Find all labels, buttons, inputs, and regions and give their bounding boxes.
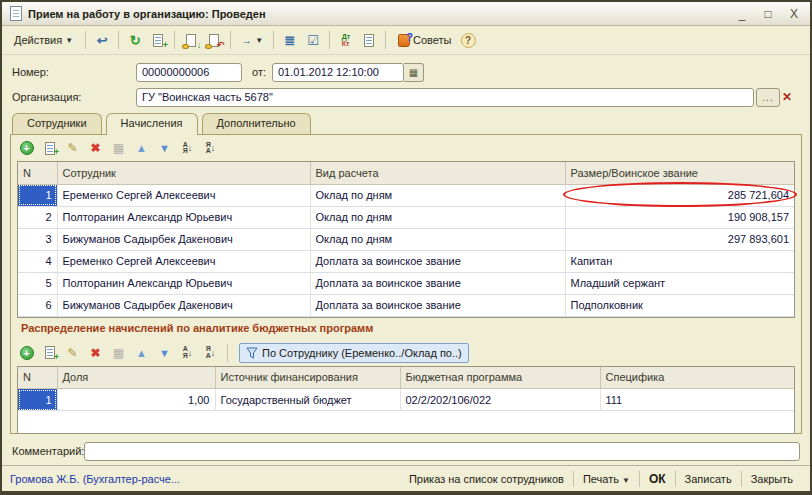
column-header[interactable]: Источник финансирования	[215, 367, 400, 389]
table-cell[interactable]: Капитан	[565, 250, 794, 272]
unpost-document-icon[interactable]: ↶	[204, 31, 224, 50]
table-cell[interactable]: 5	[18, 272, 57, 294]
table-cell[interactable]: 3	[18, 228, 57, 250]
table-row[interactable]: 1Еременко Сергей АлексеевичОклад по дням…	[18, 184, 794, 206]
tab-employees[interactable]: Сотрудники	[12, 113, 102, 134]
column-header[interactable]: Доля	[57, 367, 215, 389]
print-button[interactable]: Печать ▼	[574, 470, 639, 488]
table-row[interactable]: 11,00Государственный бюджет02/2/202/106/…	[18, 389, 794, 411]
tab-accruals[interactable]: Начисления	[106, 113, 198, 134]
ok-button[interactable]: ОК	[640, 469, 675, 489]
refresh-icon[interactable]: ↻	[125, 31, 145, 50]
responsible-user-link[interactable]: Громова Ж.Б. (Бухгалтер-расче...	[10, 473, 400, 485]
sort-descending-icon[interactable]: ЯА ↓	[201, 344, 220, 362]
table-cell[interactable]: 111	[600, 389, 794, 411]
order-list-button[interactable]: Приказ на список сотрудников	[400, 470, 573, 488]
coin-glyph	[205, 44, 212, 49]
table-cell[interactable]: Оклад по дням	[310, 184, 565, 206]
number-label: Номер:	[12, 66, 136, 78]
table-cell[interactable]: Бижуманов Садырбек Дакенович	[57, 228, 310, 250]
close-form-button[interactable]: Закрыть	[742, 470, 802, 488]
move-down-icon[interactable]: ▼	[155, 344, 174, 362]
table-cell[interactable]: Подполковник	[565, 294, 794, 316]
table-cell[interactable]: 2	[18, 206, 57, 228]
sort-descending-icon[interactable]: ЯА ↓	[201, 139, 220, 157]
table-cell[interactable]: Доплата за воинское звание	[310, 250, 565, 272]
organization-input[interactable]	[136, 88, 754, 107]
table-cell[interactable]: Еременко Сергей Алексеевич	[57, 184, 310, 206]
minimize-button[interactable]: _	[734, 7, 750, 21]
table-cell[interactable]: 190 908,157	[565, 206, 794, 228]
filter-by-employee-button[interactable]: По Сотруднику (Еременко../Оклад по..)	[239, 343, 469, 363]
column-header[interactable]: N	[18, 162, 57, 184]
table-cell[interactable]: Оклад по дням	[310, 228, 565, 250]
organization-lookup-button[interactable]: ...	[756, 88, 780, 107]
table-row[interactable]: 5Полторанин Александр ЮрьевичДоплата за …	[18, 272, 794, 294]
number-input[interactable]	[136, 63, 242, 82]
table-cell[interactable]: 02/2/202/106/022	[400, 389, 600, 411]
comment-input[interactable]	[84, 442, 800, 461]
coin-glyph	[182, 44, 189, 49]
table-row[interactable]: 6Бижуманов Садырбек ДакеновичДоплата за …	[18, 294, 794, 316]
add-row-icon[interactable]: +	[17, 139, 36, 157]
edit-row-icon[interactable]: ✎	[63, 344, 82, 362]
column-header[interactable]: Размер/Воинское звание	[565, 162, 794, 184]
reread-icon[interactable]: ↩	[92, 31, 112, 50]
organization-clear-button[interactable]: ✕	[782, 90, 800, 104]
table-cell[interactable]: 285 721,604	[565, 184, 794, 206]
table-cell[interactable]: Младший сержант	[565, 272, 794, 294]
dt-kt-postings-icon[interactable]: ДтКт	[336, 31, 356, 50]
column-header[interactable]: Вид расчета	[310, 162, 565, 184]
table-cell[interactable]: 4	[18, 250, 57, 272]
table-cell[interactable]: Государственный бюджет	[215, 389, 400, 411]
go-to-button[interactable]: → ▼	[237, 31, 267, 49]
table-cell[interactable]: 1	[18, 184, 57, 206]
move-down-icon[interactable]: ▼	[155, 139, 174, 157]
table-cell[interactable]: Бижуманов Садырбек Дакенович	[57, 294, 310, 316]
column-header[interactable]: Сотрудник	[57, 162, 310, 184]
move-up-icon[interactable]: ▲	[132, 344, 151, 362]
close-button[interactable]: X	[786, 7, 802, 21]
movements-list-icon[interactable]: ≣	[280, 31, 300, 50]
delete-row-icon[interactable]: ✖	[86, 344, 105, 362]
help-icon[interactable]: ?	[461, 33, 476, 48]
calendar-button[interactable]: ▦	[404, 63, 424, 82]
settings-check-icon[interactable]: ☑	[303, 31, 323, 50]
post-document-icon[interactable]: ↓	[181, 31, 201, 50]
actions-button[interactable]: Действия ▼	[8, 31, 79, 49]
table-cell[interactable]: Доплата за воинское звание	[310, 294, 565, 316]
table-row[interactable]: 2Полторанин Александр ЮрьевичОклад по дн…	[18, 206, 794, 228]
report-icon[interactable]	[359, 31, 379, 50]
column-header[interactable]: Специфика	[600, 367, 794, 389]
table-cell[interactable]: Полторанин Александр Юрьевич	[57, 272, 310, 294]
column-header[interactable]: N	[18, 367, 57, 389]
save-button[interactable]: Записать	[676, 470, 741, 488]
add-copy-icon[interactable]: +	[148, 31, 168, 50]
date-input[interactable]	[272, 63, 404, 82]
add-copy-row-icon[interactable]: +	[40, 344, 59, 362]
column-header[interactable]: Бюджетная программа	[400, 367, 600, 389]
table-cell[interactable]: Еременко Сергей Алексеевич	[57, 250, 310, 272]
add-copy-row-icon[interactable]: +	[40, 139, 59, 157]
edit-row-icon[interactable]: ✎	[63, 139, 82, 157]
tips-button[interactable]: ? Советы	[392, 31, 457, 50]
end-edit-icon[interactable]: ▦	[109, 139, 128, 157]
delete-row-icon[interactable]: ✖	[86, 139, 105, 157]
table-row[interactable]: 4Еременко Сергей АлексеевичДоплата за во…	[18, 250, 794, 272]
table-cell[interactable]: 297 893,601	[565, 228, 794, 250]
table-cell[interactable]: 1,00	[57, 389, 215, 411]
move-up-icon[interactable]: ▲	[132, 139, 151, 157]
table-cell[interactable]: Полторанин Александр Юрьевич	[57, 206, 310, 228]
table-row[interactable]: 3Бижуманов Садырбек ДакеновичОклад по дн…	[18, 228, 794, 250]
maximize-button[interactable]: □	[760, 7, 776, 21]
end-edit-icon[interactable]: ▦	[109, 344, 128, 362]
table-cell[interactable]: Доплата за воинское звание	[310, 272, 565, 294]
toolbar-separator	[118, 31, 119, 49]
sort-ascending-icon[interactable]: АЯ ↓	[178, 139, 197, 157]
table-cell[interactable]: 1	[18, 389, 57, 411]
table-cell[interactable]: 6	[18, 294, 57, 316]
tab-additional[interactable]: Дополнительно	[202, 113, 311, 134]
add-row-icon[interactable]: +	[17, 344, 36, 362]
sort-ascending-icon[interactable]: АЯ ↓	[178, 344, 197, 362]
table-cell[interactable]: Оклад по дням	[310, 206, 565, 228]
